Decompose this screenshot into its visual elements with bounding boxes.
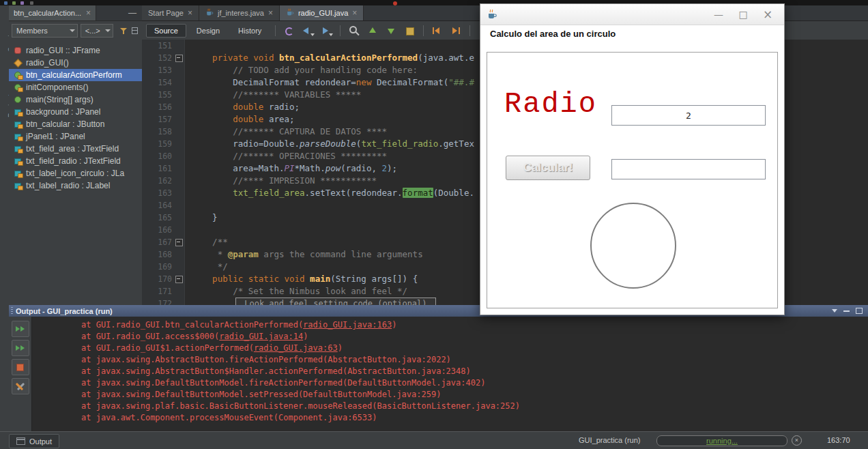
lock-overlay-icon bbox=[18, 136, 23, 141]
line-number: 153 bbox=[142, 66, 174, 75]
shift-right-icon[interactable] bbox=[448, 24, 464, 38]
close-icon[interactable]: × bbox=[188, 9, 192, 17]
statusbar-output-tab[interactable]: Output bbox=[9, 434, 59, 448]
app-window-titlebar[interactable]: — □ × bbox=[480, 4, 784, 25]
maximize-icon[interactable]: □ bbox=[731, 9, 755, 20]
chevron-down-icon[interactable] bbox=[832, 309, 837, 313]
tree-item[interactable]: background : JPanel bbox=[9, 106, 142, 118]
editor-tab[interactable]: jf_interes.java× bbox=[199, 5, 280, 20]
constructor-icon bbox=[14, 59, 22, 67]
stop-process-icon[interactable]: × bbox=[792, 435, 802, 446]
stacktrace-text: at javax.swing.plaf.basic.BasicButtonLis… bbox=[81, 401, 520, 411]
gutter-line: 164 bbox=[142, 199, 184, 212]
members-view-dropdown[interactable]: Members bbox=[12, 24, 78, 38]
tree-item-label: jPanel1 : JPanel bbox=[26, 132, 85, 141]
inherited-filter-dropdown[interactable]: <...> bbox=[81, 24, 113, 38]
tree-item[interactable]: initComponents() bbox=[9, 81, 142, 93]
tree-view-icon[interactable] bbox=[130, 26, 139, 35]
tree-item[interactable]: txt_field_area : JTextField bbox=[9, 143, 142, 155]
gutter-line: 158 bbox=[142, 126, 184, 138]
line-number: 163 bbox=[142, 188, 174, 198]
progress-label: running... bbox=[706, 437, 738, 445]
output-line: at javax.swing.plaf.basic.BasicButtonLis… bbox=[32, 401, 868, 412]
close-icon[interactable]: × bbox=[86, 9, 91, 17]
area-input[interactable] bbox=[611, 159, 766, 179]
tree-item[interactable]: txt_field_radio : JTextField bbox=[9, 155, 142, 167]
editor-tab[interactable]: Start Page× bbox=[142, 5, 199, 20]
gutter-line: 169 bbox=[142, 261, 184, 273]
field-private-icon bbox=[14, 157, 22, 165]
output-body: at GUI.radio_GUI.btn_calcularActionPerfo… bbox=[9, 317, 868, 431]
output-console[interactable]: at GUI.radio_GUI.btn_calcularActionPerfo… bbox=[32, 317, 868, 431]
design-view-button[interactable]: Design bbox=[188, 24, 228, 38]
lock-overlay-icon bbox=[18, 173, 23, 178]
line-number: 158 bbox=[142, 127, 174, 136]
toolbar-fragment-icon bbox=[12, 1, 16, 5]
radio-input[interactable] bbox=[611, 105, 766, 126]
line-number: 159 bbox=[142, 139, 174, 149]
tree-item[interactable]: txt_label_radio : JLabel bbox=[9, 179, 142, 192]
minimize-panel-icon[interactable]: — bbox=[123, 5, 142, 20]
stacktrace-link[interactable]: radio_GUI.java:63 bbox=[254, 343, 338, 353]
app-window: — □ × Calculo del area de un circulo Rad… bbox=[480, 3, 785, 315]
tree-item[interactable]: radio_GUI() bbox=[9, 57, 142, 69]
editor-tab[interactable]: radio_GUI.java× bbox=[280, 5, 364, 20]
toolbar-separator bbox=[423, 25, 424, 36]
tree-item[interactable]: btn_calcular : JButton bbox=[9, 118, 142, 130]
stacktrace-link[interactable]: radio_GUI.java:14 bbox=[219, 332, 303, 341]
stacktrace-text: ) bbox=[303, 332, 308, 341]
forward-icon[interactable] bbox=[318, 24, 334, 38]
back-icon[interactable] bbox=[300, 24, 316, 38]
field-private-icon bbox=[14, 145, 22, 153]
gutter-line: 162 bbox=[142, 175, 184, 187]
radio-label: Radio bbox=[504, 88, 597, 121]
gutter-line: 152 bbox=[142, 52, 184, 64]
minimize-icon[interactable]: — bbox=[706, 9, 731, 20]
tree-item[interactable]: txt_label_icon_circulo : JLa bbox=[9, 167, 142, 179]
shift-left-icon[interactable] bbox=[429, 24, 446, 38]
last-edit-icon[interactable] bbox=[281, 24, 298, 38]
gutter-line: 151 bbox=[142, 40, 184, 52]
fold-marker-icon[interactable] bbox=[174, 273, 184, 285]
stacktrace-text: at GUI.radio_GUI$1.actionPerformed( bbox=[81, 343, 254, 353]
stop-button[interactable] bbox=[12, 359, 29, 375]
fold-column bbox=[174, 199, 184, 212]
source-view-button[interactable]: Source bbox=[146, 24, 186, 38]
java-file-icon bbox=[286, 8, 294, 18]
output-line: at GUI.radio_GUI.access$000(radio_GUI.ja… bbox=[32, 331, 868, 343]
minimize-window-icon[interactable] bbox=[843, 310, 850, 312]
play-icon bbox=[20, 345, 25, 351]
caret-position: 163:70 bbox=[827, 436, 850, 444]
rerun-button[interactable] bbox=[12, 321, 29, 337]
gutter-line: 168 bbox=[142, 248, 184, 261]
output-settings-button[interactable] bbox=[12, 378, 29, 394]
fold-marker-icon[interactable] bbox=[174, 52, 184, 64]
stacktrace-link[interactable]: radio_GUI.java:163 bbox=[303, 320, 392, 330]
tree-item[interactable]: radio_GUI :: JFrame bbox=[9, 44, 142, 57]
calcular-button[interactable]: Calcular! bbox=[506, 156, 590, 180]
tree-item[interactable]: jPanel1 : JPanel bbox=[9, 130, 142, 143]
chevron-down-icon bbox=[70, 29, 75, 32]
close-icon[interactable]: × bbox=[352, 9, 357, 17]
close-icon[interactable]: × bbox=[268, 9, 273, 17]
close-icon[interactable]: × bbox=[755, 8, 780, 21]
prev-occurrence-icon[interactable] bbox=[364, 24, 381, 38]
tree-item-label: btn_calcularActionPerform bbox=[26, 70, 122, 80]
field-private-icon bbox=[14, 132, 22, 141]
next-occurrence-icon[interactable] bbox=[383, 24, 399, 38]
tree-item[interactable]: btn_calcularActionPerform bbox=[9, 69, 142, 81]
collapsed-fold-box[interactable]: Look and feel setting code (optional) bbox=[235, 298, 435, 305]
find-icon[interactable] bbox=[346, 24, 362, 38]
rerun-with-changes-button[interactable] bbox=[12, 340, 29, 356]
float-window-icon[interactable] bbox=[856, 308, 863, 314]
tree-item[interactable]: main(String[] args) bbox=[9, 93, 142, 106]
filter-icon[interactable] bbox=[119, 26, 128, 35]
field-private-icon bbox=[14, 108, 22, 116]
progress-bar[interactable]: running... bbox=[656, 435, 787, 446]
navigator-tab[interactable]: btn_calcularAction... × bbox=[9, 5, 96, 20]
fold-marker-icon[interactable] bbox=[174, 236, 184, 248]
fold-column bbox=[174, 138, 184, 150]
toggle-highlight-icon[interactable] bbox=[401, 24, 418, 38]
tree-item-label: txt_field_area : JTextField bbox=[26, 144, 119, 154]
history-view-button[interactable]: History bbox=[230, 24, 270, 38]
